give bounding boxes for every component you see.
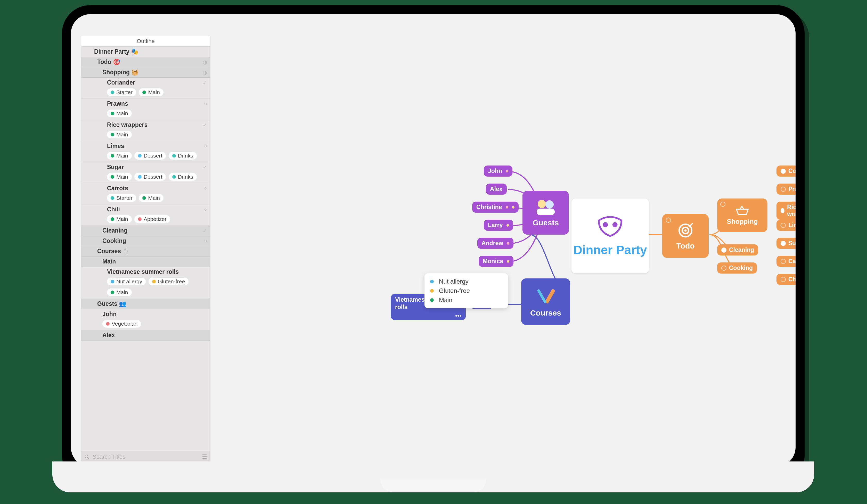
tag-tooltip: Nut allergy Gluten-free Main [425,273,508,308]
filter-icon[interactable]: ☰ [202,453,207,460]
node-ricewrappers[interactable]: Rice wrappers [777,202,795,219]
tag-main[interactable]: Main [107,173,132,181]
node-center[interactable]: Dinner Party [571,199,649,273]
outline-tab[interactable]: Outline [81,36,210,47]
outline-tab-label: Outline [137,38,155,45]
svg-point-5 [545,200,554,208]
outline-root[interactable]: Dinner Party 🎭 [81,47,210,57]
tag-vegetarian[interactable]: Vegetarian [103,320,141,328]
people-icon [534,198,557,216]
progress-icon: ◑ [203,69,207,76]
tag-dessert[interactable]: Dessert [135,173,166,181]
node-john[interactable]: John [484,165,512,176]
progress-icon: ◑ [203,59,207,65]
utensils-icon [534,286,557,307]
outline-cleaning[interactable]: Cleaning✓ [81,226,210,236]
tag-main[interactable]: Main [107,152,132,160]
node-alex[interactable]: Alex [486,184,507,195]
uncheck-icon: ○ [204,238,207,244]
tag-starter[interactable]: Starter [107,88,136,96]
tag-main[interactable]: Main [107,131,132,138]
check-icon: ✓ [203,164,207,170]
node-limes[interactable]: Limes [777,219,795,231]
svg-rect-8 [537,289,547,304]
tag-appetizer[interactable]: Appetizer [135,215,170,223]
target-icon [675,222,696,239]
outline-ricewrappers[interactable]: Rice wrappers ✓ Main [81,120,210,141]
tag-main[interactable]: Main [107,289,132,296]
node-monica[interactable]: Monica [479,256,513,267]
outline-john[interactable]: John Vegetarian [81,309,210,330]
outline-vsr[interactable]: Vietnamese summer rolls Nut allergy Glut… [81,267,210,299]
basket-icon [735,205,749,215]
svg-rect-6 [537,208,555,215]
outline-chili[interactable]: Chili ○ Main Appetizer [81,204,210,226]
node-courses[interactable]: Courses [521,278,570,325]
outline-sugar[interactable]: Sugar ✓ Main Dessert Drinks [81,162,210,183]
node-todo[interactable]: Todo [662,214,709,258]
svg-point-0 [85,455,88,458]
node-andrew[interactable]: Andrew [477,238,513,249]
node-christine[interactable]: Christine [472,202,518,213]
node-prawns[interactable]: Prawns [777,184,795,195]
outline-guests[interactable]: Guests 👥 [81,299,210,309]
node-larry[interactable]: Larry [484,219,513,231]
outline-shopping[interactable]: Shopping 🧺 ◑ [81,67,210,78]
tag-main[interactable]: Main [139,88,163,96]
outline-alex[interactable]: Alex [81,330,210,341]
node-shopping[interactable]: Shopping [717,199,768,232]
tag-main[interactable]: Main [107,109,132,117]
outline-cooking[interactable]: Cooking○ [81,236,210,246]
node-sugar[interactable]: Sugar [777,238,795,249]
tag-dessert[interactable]: Dessert [135,152,166,160]
uncheck-icon: ○ [204,206,207,212]
app-window: Outline Dinner Party 🎭 Todo 🎯 ◑ Shopping… [81,36,785,463]
tag-drinks[interactable]: Drinks [169,152,197,160]
outline-prawns[interactable]: Prawns ○ Main [81,99,210,120]
node-carrots[interactable]: Carrots [777,256,795,267]
outline-carrots[interactable]: Carrots ○ Starter Main [81,183,210,204]
uncheck-icon: ○ [204,101,207,107]
tag-nut[interactable]: Nut allergy [107,278,146,286]
search-icon [84,454,89,459]
svg-point-4 [538,200,546,208]
check-icon: ✓ [203,122,207,128]
laptop-frame: Outline Dinner Party 🎭 Todo 🎯 ◑ Shopping… [62,5,805,483]
screen-area: Outline Dinner Party 🎭 Todo 🎯 ◑ Shopping… [71,14,795,467]
check-icon: ✓ [203,80,207,86]
node-coriander[interactable]: Coriander [777,165,795,176]
svg-line-1 [88,458,89,459]
tag-gf[interactable]: Gluten-free [149,278,189,286]
mindmap-canvas[interactable]: Dinner Party Guests John Alex Christine … [211,36,785,463]
tag-main[interactable]: Main [107,215,132,223]
check-icon: ✓ [203,228,207,234]
outline-main[interactable]: Main [81,257,210,267]
svg-point-11 [684,229,687,232]
node-guests[interactable]: Guests [523,191,569,235]
search-bar[interactable]: ☰ [81,451,210,463]
outline-tree[interactable]: Dinner Party 🎭 Todo 🎯 ◑ Shopping 🧺 ◑ Cor… [81,47,210,451]
tag-starter[interactable]: Starter [107,194,136,202]
svg-point-2 [603,222,608,227]
center-title: Dinner Party [573,243,647,257]
outline-sidebar: Outline Dinner Party 🎭 Todo 🎯 ◑ Shopping… [81,36,211,463]
node-cleaning[interactable]: Cleaning [717,244,758,256]
svg-point-3 [612,222,618,227]
uncheck-icon: ○ [204,185,207,191]
node-cooking[interactable]: Cooking [717,262,757,274]
tag-drinks[interactable]: Drinks [169,173,197,181]
outline-limes[interactable]: Limes ○ Main Dessert Drinks [81,141,210,162]
root-label: Dinner Party [94,48,129,55]
uncheck-icon: ○ [204,143,207,149]
mask-icon [596,214,624,238]
outline-courses[interactable]: Courses 🍴 [81,246,210,257]
outline-coriander[interactable]: Coriander ✓ Starter Main [81,78,210,99]
node-chili[interactable]: Chili [777,274,795,285]
tag-main[interactable]: Main [139,194,163,202]
search-input[interactable] [92,453,199,460]
outline-todo[interactable]: Todo 🎯 ◑ [81,57,210,67]
